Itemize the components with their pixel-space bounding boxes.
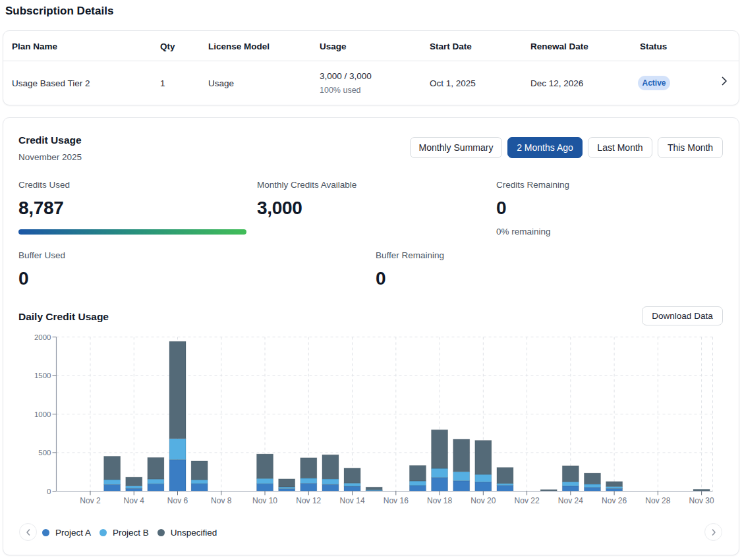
svg-text:Nov 26: Nov 26 [602,496,627,505]
stat-credits-used: Credits Used 8,787 [18,180,70,219]
cell-plan-name: Usage Based Tier 2 [12,78,90,89]
this-month-button[interactable]: This Month [658,137,723,158]
chart-prev-button[interactable] [19,523,37,541]
svg-text:Nov 8: Nov 8 [211,496,232,505]
stat-buffer-remaining: Buffer Remaining 0 [376,250,444,290]
chevron-right-icon[interactable] [719,76,729,86]
legend-label: Project B [113,528,149,538]
legend-dot [42,529,49,536]
svg-text:1500: 1500 [34,372,51,379]
svg-text:Nov 30: Nov 30 [689,496,714,505]
chevron-right-icon [710,528,718,536]
buffer-remaining-value: 0 [376,267,444,290]
svg-text:Nov 6: Nov 6 [167,496,188,505]
svg-text:Nov 20: Nov 20 [471,496,496,505]
cell-renewal-date: Dec 12, 2026 [530,78,583,89]
cell-usage: 3,000 / 3,000 [320,70,372,82]
download-data-button[interactable]: Download Data [642,306,723,325]
credit-usage-period: November 2025 [18,152,82,162]
svg-text:Nov 24: Nov 24 [558,496,583,505]
monthly-summary-button[interactable]: Monthly Summary [410,137,502,158]
credits-used-progress-bar [18,229,246,235]
legend-dot [100,529,107,536]
stat-buffer-used: Buffer Used 0 [18,250,65,290]
credits-remaining-value: 0 [496,197,569,219]
svg-text:500: 500 [38,449,51,457]
col-header-plan-name: Plan Name [12,41,57,52]
col-header-qty: Qty [160,41,175,52]
buffer-remaining-label: Buffer Remaining [376,250,444,261]
chart-next-button[interactable] [704,523,722,541]
subscription-table-card: Plan Name Qty License Model Usage Start … [3,30,739,105]
svg-text:Nov 2: Nov 2 [80,496,101,505]
svg-text:Nov 28: Nov 28 [645,496,670,505]
monthly-available-value: 3,000 [257,197,357,219]
svg-text:Nov 14: Nov 14 [340,496,365,505]
buffer-used-label: Buffer Used [18,250,65,261]
svg-text:Nov 18: Nov 18 [427,496,452,505]
page-title: Subscription Details [5,5,113,18]
svg-text:Nov 12: Nov 12 [296,496,321,505]
table-header-divider [3,61,739,61]
credits-used-value: 8,787 [18,197,70,219]
last-month-button[interactable]: Last Month [588,137,652,158]
cell-start-date: Oct 1, 2025 [430,78,476,89]
col-header-renewal-date: Renewal Date [530,41,588,52]
svg-text:1000: 1000 [34,410,51,418]
cell-usage-sub: 100% used [320,86,361,96]
legend-item-project-b[interactable]: Project B [100,528,149,538]
svg-text:2000: 2000 [34,333,51,341]
status-badge: Active [638,76,670,90]
cell-license-model: Usage [208,78,234,89]
chart-legend-row: Project AProject BUnspecified [3,522,739,543]
legend-dot [157,529,165,536]
chevron-left-icon [24,528,32,536]
svg-text:Nov 16: Nov 16 [384,496,409,505]
col-header-usage: Usage [320,41,347,52]
monthly-available-label: Monthly Credits Available [257,180,357,190]
credit-usage-card: Credit Usage November 2025 Monthly Summa… [3,117,739,555]
stat-monthly-available: Monthly Credits Available 3,000 [257,180,357,219]
svg-text:0: 0 [47,488,51,495]
period-button-group: Monthly Summary 2 Months Ago Last Month … [410,137,723,158]
col-header-status: Status [640,41,667,52]
credit-usage-title: Credit Usage [18,134,82,146]
legend-label: Project A [55,528,91,538]
svg-text:Nov 10: Nov 10 [252,496,277,505]
cell-qty: 1 [160,78,165,89]
chart-legend: Project AProject BUnspecified [42,522,217,543]
col-header-start-date: Start Date [430,41,472,52]
daily-credit-usage-title: Daily Credit Usage [18,311,109,323]
daily-usage-chart: 0500100015002000Nov 2Nov 4Nov 6Nov 8Nov … [3,329,739,514]
credits-used-label: Credits Used [18,180,70,190]
col-header-license-model: License Model [208,41,270,52]
stat-credits-remaining: Credits Remaining 0 0% remaining [496,180,569,237]
credits-remaining-label: Credits Remaining [496,180,569,190]
svg-text:Nov 4: Nov 4 [124,496,145,505]
legend-item-project-a[interactable]: Project A [42,528,91,538]
buffer-used-value: 0 [18,267,65,290]
legend-item-unspecified[interactable]: Unspecified [157,528,217,538]
two-months-ago-button[interactable]: 2 Months Ago [507,137,583,158]
svg-text:Nov 22: Nov 22 [515,496,540,505]
credits-remaining-pct: 0% remaining [496,227,569,237]
legend-label: Unspecified [171,528,217,538]
